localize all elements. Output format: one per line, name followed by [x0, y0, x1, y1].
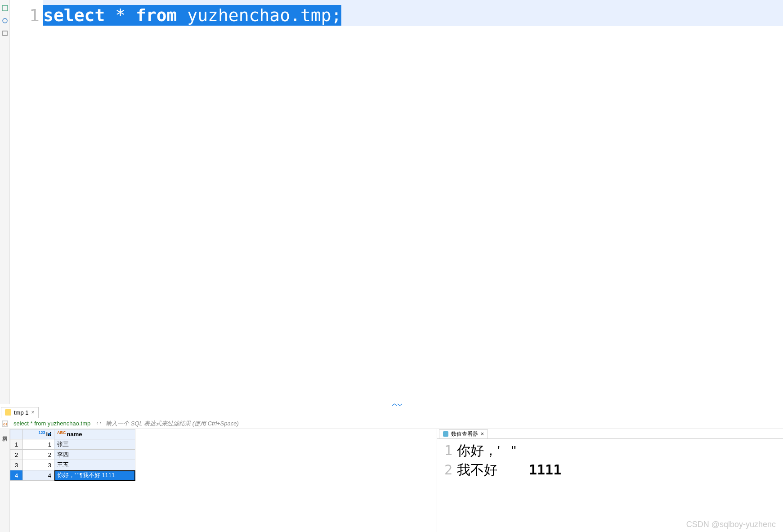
results-grid-wrap: 123id ABCname 1 1 张三 2 2 — [10, 429, 135, 532]
results-side-tab[interactable]: 网格 — [0, 429, 10, 532]
expand-icon[interactable] — [95, 420, 103, 428]
left-toolbar — [0, 0, 10, 404]
results-panel: tmp 1 × oT select * from yuzhenchao.tmp … — [0, 407, 783, 532]
result-tab[interactable]: tmp 1 × — [1, 407, 39, 418]
toolbar-icon-3[interactable] — [0, 29, 9, 38]
table-row[interactable]: 1 1 张三 — [10, 439, 135, 450]
viewer-line: 2 我不好 1111 — [442, 461, 779, 479]
svg-text:oT: oT — [3, 422, 8, 426]
corner-cell[interactable] — [10, 429, 23, 439]
grid-body: 1 1 张三 2 2 李四 3 3 王五 4 — [10, 439, 135, 481]
code-surface[interactable]: select * from yuzhenchao.tmp; — [43, 0, 783, 404]
sql-table-icon — [5, 409, 11, 416]
filter-bar: oT select * from yuzhenchao.tmp 输入一个 SQL… — [0, 418, 783, 429]
result-tab-label: tmp 1 — [14, 409, 29, 416]
viewer-tab-label: 数值查看器 — [451, 430, 478, 438]
line-number: 1 — [10, 5, 40, 25]
watermark: CSDN @sqlboy-yuzhenc — [686, 520, 776, 529]
results-grid[interactable]: 123id ABCname 1 1 张三 2 2 — [10, 429, 135, 481]
result-tabbar: tmp 1 × — [0, 407, 783, 418]
viewer-line: 1 你好，' " — [442, 442, 779, 460]
toolbar-icon-2[interactable] — [0, 16, 9, 25]
viewer-content[interactable]: 1 你好，' " 2 我不好 1111 — [437, 439, 783, 482]
type-badge-text: ABC — [57, 430, 66, 435]
value-viewer-panel: 数值查看器 × 1 你好，' " 2 我不好 1111 — [437, 429, 783, 532]
editor-gutter: 1 — [10, 0, 43, 404]
sql-editor[interactable]: 1 select * from yuzhenchao.tmp; — [10, 0, 783, 404]
results-body: 网格 123id ABCname 1 — [0, 429, 783, 532]
svg-rect-0 — [2, 5, 8, 11]
table-row[interactable]: 2 2 李四 — [10, 450, 135, 460]
viewer-icon — [443, 431, 448, 437]
query-text[interactable]: select * from yuzhenchao.tmp — [12, 420, 92, 427]
filter-placeholder[interactable]: 输入一个 SQL 表达式来过滤结果 (使用 Ctrl+Space) — [106, 420, 239, 428]
table-row[interactable]: 3 3 王五 — [10, 460, 135, 470]
editor-hscrollbar[interactable] — [53, 396, 783, 404]
table-row-selected[interactable]: 4 4 你好，' "¶我不好 1111 — [10, 470, 135, 481]
type-badge-number: 123 — [38, 430, 45, 435]
viewer-tabbar: 数值查看器 × — [437, 429, 783, 439]
column-header-id[interactable]: 123id — [23, 429, 54, 439]
svg-point-1 — [3, 18, 7, 23]
toolbar-icon-1[interactable] — [0, 4, 9, 13]
column-header-name[interactable]: ABCname — [54, 429, 135, 439]
close-icon[interactable]: × — [31, 409, 35, 416]
code-line[interactable]: select * from yuzhenchao.tmp; — [43, 5, 783, 25]
query-icon: oT — [1, 420, 9, 428]
viewer-tab[interactable]: 数值查看器 × — [439, 429, 488, 438]
close-icon[interactable]: × — [481, 431, 484, 437]
